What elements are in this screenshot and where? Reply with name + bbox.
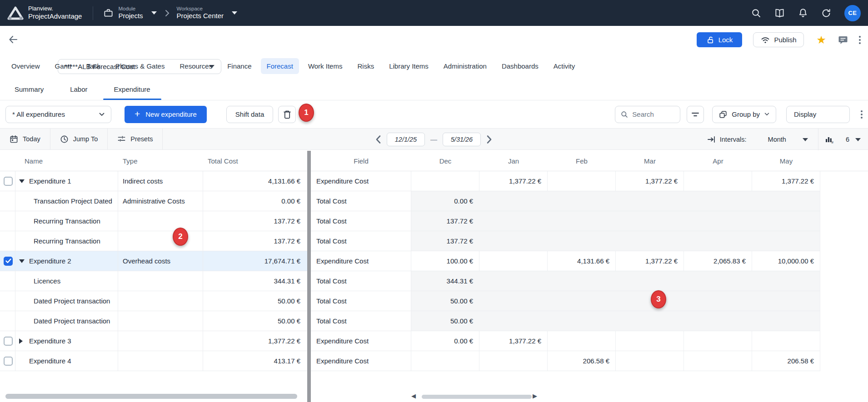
tab-administration[interactable]: Administration [438, 58, 493, 74]
group-by-button[interactable]: Group by [712, 106, 776, 123]
subtab-expenditure[interactable]: Expenditure [103, 78, 161, 100]
header-month-dec[interactable]: Dec [411, 151, 479, 171]
month-value-mar [616, 211, 684, 231]
range-end-input[interactable] [443, 133, 481, 146]
header-name[interactable]: Name [15, 151, 118, 171]
tab-finance[interactable]: Finance [221, 58, 257, 74]
tab-gantt[interactable]: Gantt [49, 58, 78, 74]
right-pane-scrollbar-thumb[interactable] [422, 395, 532, 399]
chevron-down-icon[interactable] [803, 138, 808, 141]
table-body: Expenditure 1Indirect costs4,131.66 €Exp… [0, 171, 820, 371]
table-row[interactable]: Licences344.31 €Total Cost344.31 € [0, 271, 820, 291]
table-more-options-icon[interactable] [861, 110, 863, 119]
header-type[interactable]: Type [118, 151, 203, 171]
new-expenditure-button[interactable]: + New expenditure [125, 106, 207, 123]
scroll-right-arrow[interactable]: ▶ [533, 392, 537, 399]
header-month-feb[interactable]: Feb [548, 151, 616, 171]
interval-value[interactable]: Month [768, 136, 786, 143]
tab-work-items[interactable]: Work Items [302, 58, 349, 74]
tab-overview[interactable]: Overview [5, 58, 46, 74]
search-icon[interactable] [751, 8, 761, 18]
jump-to-button[interactable]: Jump To [50, 129, 108, 149]
refresh-icon[interactable] [821, 8, 831, 18]
planview-logo: Planview. ProjectAdvantage [7, 5, 82, 20]
pane-splitter[interactable] [307, 151, 311, 402]
range-start-input[interactable] [387, 133, 425, 146]
tab-forecast[interactable]: Forecast [261, 58, 299, 74]
expenditure-filter-select[interactable]: * All expenditures [5, 106, 111, 123]
collapse-caret-icon[interactable] [19, 259, 29, 263]
table-row[interactable]: Recurring Transaction137.72 €Total Cost1… [0, 231, 820, 251]
table-row[interactable]: Dated Project transaction50.00 €Total Co… [0, 291, 820, 311]
name-cell: Recurring Transaction [15, 211, 118, 231]
display-button[interactable]: Display [786, 106, 850, 123]
plus-icon: + [135, 109, 140, 119]
favorite-star-icon[interactable]: ★ [816, 34, 826, 46]
month-value-mar [616, 351, 684, 371]
header-field[interactable]: Field [311, 151, 411, 171]
shift-data-label: Shift data [235, 110, 264, 118]
annotation-badge-2: 2 [173, 228, 188, 246]
shift-data-button[interactable]: Shift data [226, 106, 273, 123]
type-value [118, 231, 203, 251]
header-month-jan[interactable]: Jan [479, 151, 548, 171]
delete-button[interactable] [278, 106, 296, 123]
left-pane-scrollbar-thumb[interactable] [5, 394, 297, 399]
search-input[interactable] [632, 110, 673, 118]
subtab-labor[interactable]: Labor [59, 78, 98, 100]
table-search[interactable] [615, 106, 680, 123]
total-cost-value: 50.00 € [203, 291, 307, 311]
month-value-apr [684, 271, 752, 291]
row-checkbox[interactable] [4, 257, 13, 266]
month-value-apr [684, 311, 752, 331]
comments-icon[interactable] [838, 35, 848, 45]
back-arrow-icon[interactable] [7, 34, 19, 45]
expand-caret-icon[interactable] [19, 338, 29, 344]
row-checkbox[interactable] [4, 357, 13, 366]
table-row[interactable]: Dated Project transaction50.00 €Total Co… [0, 311, 820, 331]
name-cell: Expenditure 1 [15, 171, 118, 191]
bell-icon[interactable] [798, 8, 808, 18]
header-month-may[interactable]: May [752, 151, 820, 171]
filter-button[interactable] [687, 106, 704, 123]
publish-icon [761, 36, 770, 44]
tab-library-items[interactable]: Library Items [383, 58, 434, 74]
header-total-cost[interactable]: Total Cost [203, 151, 307, 171]
header-month-mar[interactable]: Mar [616, 151, 684, 171]
table-row[interactable]: Expenditure 4413.17 €Expenditure Cost206… [0, 351, 820, 371]
range-previous-icon[interactable] [375, 135, 381, 144]
chevron-down-icon[interactable] [855, 138, 861, 141]
month-value-jan [479, 311, 548, 331]
module-selector[interactable]: Module Projects [103, 6, 156, 20]
tab-resources[interactable]: Resources [174, 58, 218, 74]
header-month-apr[interactable]: Apr [684, 151, 752, 171]
more-options-icon[interactable] [859, 36, 861, 44]
user-avatar[interactable]: CE [844, 5, 861, 21]
month-value-may [752, 311, 820, 331]
publish-button[interactable]: Publish [753, 32, 804, 47]
tab-activity[interactable]: Activity [548, 58, 581, 74]
range-next-icon[interactable] [486, 135, 492, 144]
table-row[interactable]: Expenditure 2Overhead costs17,674.71 €Ex… [0, 251, 820, 271]
tab-task[interactable]: Task [80, 58, 106, 74]
scroll-left-arrow[interactable]: ◀ [411, 392, 416, 399]
interval-count[interactable]: 6 [846, 136, 849, 143]
workspace-selector[interactable]: Workspace Projects Center [177, 6, 237, 20]
presets-button[interactable]: Presets [108, 129, 163, 149]
filter-lines-icon [691, 111, 699, 118]
today-button[interactable]: Today [0, 129, 50, 149]
tab-phases-gates[interactable]: Phases & Gates [110, 58, 170, 74]
row-checkbox[interactable] [4, 177, 13, 186]
subtab-summary[interactable]: Summary [4, 78, 55, 100]
lock-button[interactable]: Lock [697, 32, 742, 47]
row-checkbox[interactable] [4, 337, 13, 346]
tab-dashboards[interactable]: Dashboards [496, 58, 544, 74]
tab-risks[interactable]: Risks [351, 58, 380, 74]
table-row[interactable]: Transaction Project DatedAdministrative … [0, 191, 820, 211]
collapse-caret-icon[interactable] [19, 179, 29, 183]
table-row[interactable]: Expenditure 31,377.22 €Expenditure Cost0… [0, 331, 820, 351]
table-row[interactable]: Expenditure 1Indirect costs4,131.66 €Exp… [0, 171, 820, 191]
book-icon[interactable] [774, 8, 785, 18]
month-value-jan [479, 211, 548, 231]
table-row[interactable]: Recurring Transaction137.72 €Total Cost1… [0, 211, 820, 231]
